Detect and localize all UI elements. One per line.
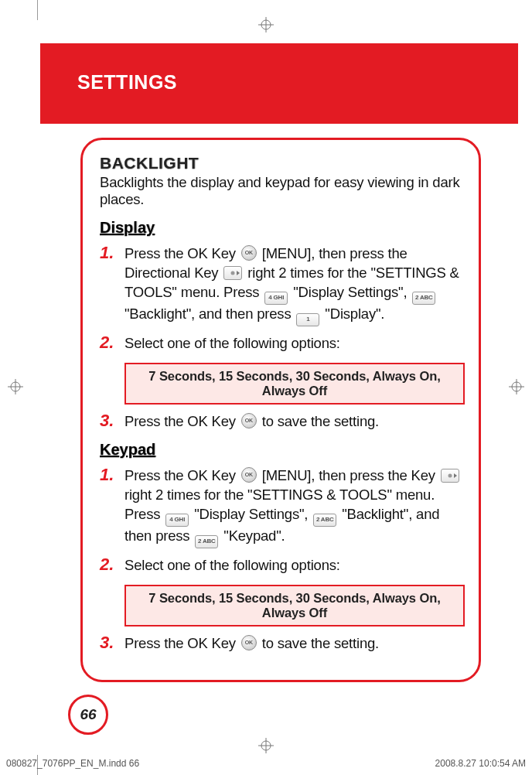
step-text: Press the OK Key [MENU], then press the …: [124, 244, 462, 326]
step-number: 2.: [100, 334, 121, 351]
step-text: Press the OK Key to save the setting.: [124, 412, 379, 432]
registration-mark-icon: [258, 17, 274, 32]
step-number: 1.: [100, 244, 121, 261]
manual-page: SETTINGS BACKLIGHT Backlights the displa…: [0, 0, 532, 775]
display-steps-cont: 3. Press the OK Key to save the setting.: [100, 412, 462, 432]
registration-mark-icon: [8, 379, 23, 394]
section-title: BACKLIGHT: [100, 154, 462, 172]
key-2-icon: 2 ABC: [412, 292, 435, 305]
step-number: 3.: [100, 412, 121, 429]
keypad-steps-cont: 3. Press the OK Key to save the setting.: [100, 634, 462, 654]
ok-key-icon: [241, 413, 257, 428]
registration-mark-icon: [258, 738, 274, 753]
ok-key-icon: [241, 635, 257, 650]
list-item: 2. Select one of the following options:: [100, 334, 462, 353]
keypad-heading: Keypad: [100, 441, 462, 459]
directional-key-icon: [223, 266, 242, 280]
step-text: Press the OK Key [MENU], then press the …: [124, 466, 462, 548]
crop-mark: [37, 0, 38, 20]
list-item: 2. Select one of the following options:: [100, 556, 462, 575]
key-1-icon: 1: [296, 313, 319, 326]
list-item: 3. Press the OK Key to save the setting.: [100, 412, 462, 432]
options-box: 7 Seconds, 15 Seconds, 30 Seconds, Alway…: [124, 585, 465, 626]
keypad-steps: 1. Press the OK Key [MENU], then press t…: [100, 466, 462, 575]
list-item: 1. Press the OK Key [MENU], then press t…: [100, 466, 462, 548]
step-text: Select one of the following options:: [124, 334, 340, 353]
page-title: SETTINGS: [77, 71, 177, 94]
key-4-icon: 4 GHI: [264, 292, 288, 305]
ok-key-icon: [241, 467, 257, 483]
ok-key-icon: [241, 245, 257, 261]
list-item: 1. Press the OK Key [MENU], then press t…: [100, 244, 462, 326]
footer-timestamp: 2008.8.27 10:0:54 AM: [435, 758, 526, 769]
display-steps: 1. Press the OK Key [MENU], then press t…: [100, 244, 462, 353]
step-number: 3.: [100, 634, 121, 651]
key-4-icon: 4 GHI: [165, 514, 189, 527]
print-footer: 080827_7076PP_EN_M.indd 66 2008.8.27 10:…: [6, 758, 526, 769]
content-panel: BACKLIGHT Backlights the display and key…: [80, 138, 481, 682]
key-2-icon: 2 ABC: [195, 535, 218, 548]
list-item: 3. Press the OK Key to save the setting.: [100, 634, 462, 654]
step-number: 2.: [100, 556, 121, 573]
footer-file: 080827_7076PP_EN_M.indd 66: [6, 758, 139, 769]
options-box: 7 Seconds, 15 Seconds, 30 Seconds, Alway…: [124, 363, 465, 405]
display-heading: Display: [100, 219, 462, 237]
step-text: Press the OK Key to save the setting.: [124, 634, 379, 654]
page-number: 66: [68, 695, 108, 735]
section-subtitle: Backlights the display and keypad for ea…: [100, 174, 462, 208]
key-2-icon: 2 ABC: [313, 514, 336, 527]
step-number: 1.: [100, 466, 121, 483]
registration-mark-icon: [509, 379, 524, 394]
directional-key-icon: [441, 469, 459, 483]
step-text: Select one of the following options:: [124, 556, 340, 575]
